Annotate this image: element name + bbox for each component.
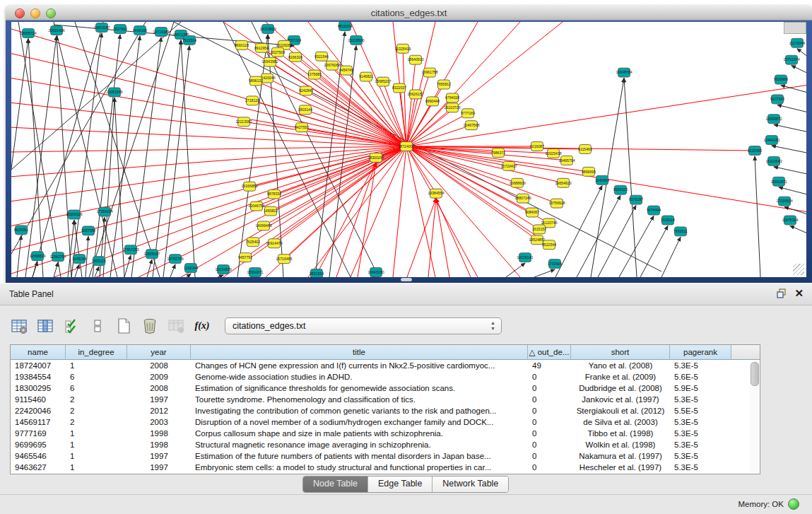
- delete-column-icon[interactable]: [141, 317, 159, 335]
- graph-node[interactable]: 1292344: [184, 264, 198, 273]
- graph-node[interactable]: 9474444: [647, 206, 661, 215]
- graph-node[interactable]: 16782759: [167, 255, 183, 264]
- tab-network-table[interactable]: Network Table: [433, 477, 508, 492]
- scrollbar-thumb[interactable]: [751, 362, 759, 386]
- table-row[interactable]: 1456911722003Disruption of a novel membe…: [11, 416, 760, 428]
- graph-node[interactable]: 1733426: [548, 259, 562, 269]
- graph-node[interactable]: 14099489: [255, 221, 271, 230]
- graph-node[interactable]: 9084067: [525, 208, 539, 217]
- graph-node[interactable]: 1645194: [72, 255, 86, 264]
- graph-node[interactable]: 2935114: [661, 216, 675, 225]
- graph-node[interactable]: 15626157: [407, 90, 423, 99]
- graph-node[interactable]: 17359924: [96, 207, 112, 216]
- graph-node[interactable]: 2803144: [298, 105, 312, 115]
- graph-node[interactable]: 15716485: [276, 255, 292, 264]
- graph-node[interactable]: 9227343: [770, 95, 784, 104]
- graph-node[interactable]: 7632611: [673, 227, 688, 236]
- memory-status-indicator[interactable]: [788, 498, 799, 510]
- graph-node[interactable]: 1493822: [264, 206, 278, 216]
- graph-node[interactable]: 8322037: [392, 83, 406, 93]
- table-row[interactable]: 1938455462009Genome-wide association stu…: [11, 371, 760, 382]
- close-panel-icon[interactable]: ✕: [794, 287, 804, 300]
- table-scrollbar[interactable]: [750, 361, 759, 473]
- graph-node[interactable]: 16543982: [261, 57, 278, 66]
- graph-node[interactable]: 9115460: [578, 145, 592, 154]
- graph-node[interactable]: 10958187: [143, 250, 160, 259]
- graph-node[interactable]: 20053346: [106, 88, 122, 97]
- graph-node[interactable]: 8915061: [14, 226, 28, 235]
- network-canvas[interactable]: 1872400719055724206914061085328715276026…: [11, 22, 806, 277]
- graph-node[interactable]: 2718126: [245, 96, 259, 105]
- column-header-2[interactable]: year: [127, 345, 191, 360]
- graph-node[interactable]: 1505115: [92, 257, 106, 266]
- graph-node[interactable]: 8990448: [425, 97, 440, 106]
- float-panel-icon[interactable]: [777, 288, 787, 298]
- graph-node[interactable]: 20691406: [48, 25, 64, 35]
- table-row[interactable]: 1830029562008Estimation of significance …: [11, 382, 760, 394]
- window-titlebar[interactable]: citations_edges.txt: [6, 6, 812, 21]
- graph-node[interactable]: 19495794: [558, 156, 575, 165]
- graph-node[interactable]: 23676068: [324, 61, 340, 70]
- graph-node[interactable]: 18724007: [398, 142, 414, 151]
- graph-node[interactable]: 18394871: [247, 268, 263, 277]
- graph-node[interactable]: 6379197: [629, 195, 643, 204]
- graph-node[interactable]: 6794028: [445, 93, 459, 103]
- graph-node[interactable]: 8427552: [295, 123, 309, 132]
- graph-node[interactable]: 19654923: [555, 178, 571, 187]
- graph-node[interactable]: 9831534: [310, 269, 324, 277]
- column-header-5[interactable]: short: [571, 345, 670, 360]
- column-header-6[interactable]: pagerank: [670, 345, 731, 360]
- graph-node[interactable]: 10046756: [248, 201, 264, 211]
- graph-node[interactable]: 9329966: [774, 75, 788, 84]
- graph-node[interactable]: 8813054: [338, 22, 352, 30]
- graph-node[interactable]: 1615152: [532, 225, 546, 234]
- graph-node[interactable]: 8215955: [748, 146, 762, 156]
- graph-node[interactable]: 9146821: [359, 72, 373, 81]
- graph-node[interactable]: 9777169: [461, 109, 475, 118]
- function-builder-icon[interactable]: f(x): [193, 317, 211, 335]
- table-row[interactable]: 969969511998Structural magnetic resonanc…: [11, 439, 760, 450]
- graph-node[interactable]: 15692971: [770, 177, 787, 186]
- graph-node[interactable]: 6466160: [133, 25, 147, 35]
- graph-node[interactable]: 11675314: [782, 216, 799, 225]
- graph-node[interactable]: 12444151: [763, 136, 779, 145]
- graph-node[interactable]: 10853287: [93, 23, 110, 32]
- graph-node[interactable]: 18300295: [367, 153, 384, 162]
- graph-node[interactable]: 19166852: [241, 182, 257, 191]
- graph-node[interactable]: 9321546: [314, 52, 329, 61]
- graph-node[interactable]: 20206526: [66, 210, 82, 219]
- table-selector-dropdown[interactable]: citations_edges.txt▲▼: [225, 317, 502, 334]
- graph-node[interactable]: 16843280: [367, 268, 384, 277]
- graph-node[interactable]: 6216087: [530, 142, 544, 151]
- graph-node[interactable]: 16210643: [765, 156, 782, 165]
- graph-node[interactable]: 15218506: [348, 35, 364, 45]
- graph-node[interactable]: 10025438: [545, 149, 561, 158]
- graph-node[interactable]: 1375685: [307, 70, 322, 79]
- canvas-resize-grip[interactable]: [793, 264, 804, 275]
- graph-node[interactable]: 16210726: [444, 103, 460, 112]
- graph-node[interactable]: 11325419: [395, 44, 411, 53]
- graph-node[interactable]: 7625402: [246, 238, 260, 247]
- table-row[interactable]: 946362711997Embryonic stem cells: a mode…: [11, 462, 760, 473]
- table-row[interactable]: 1872400712008Changes of HCN gene express…: [11, 360, 760, 371]
- graph-node[interactable]: 12213382: [235, 117, 252, 127]
- graph-node[interactable]: 9242845: [299, 86, 313, 95]
- graph-node[interactable]: 17016504: [776, 197, 792, 206]
- tab-edge-table[interactable]: Edge Table: [368, 477, 433, 492]
- new-column-icon[interactable]: [114, 317, 133, 335]
- graph-node[interactable]: 19756928: [548, 199, 565, 208]
- graph-node[interactable]: 9896132: [249, 76, 263, 86]
- graph-node[interactable]: 17957253: [122, 245, 139, 255]
- graph-node[interactable]: 16961758: [421, 68, 437, 77]
- table-row[interactable]: 2242004622012Investigating the contribut…: [11, 405, 760, 416]
- graph-node[interactable]: 9899695: [582, 167, 596, 176]
- graph-node[interactable]: 5878334: [267, 189, 281, 199]
- graph-node[interactable]: 10234839: [215, 265, 231, 274]
- tab-node-table[interactable]: Node Table: [303, 477, 368, 492]
- graph-node[interactable]: 16648784: [616, 68, 632, 77]
- graph-node[interactable]: 1527602: [113, 24, 127, 33]
- column-header-4[interactable]: △ out_de...: [528, 345, 571, 360]
- graph-node[interactable]: 8522544: [542, 240, 556, 250]
- graph-node[interactable]: 10497568: [463, 121, 479, 130]
- graph-node[interactable]: 18807249: [514, 194, 531, 203]
